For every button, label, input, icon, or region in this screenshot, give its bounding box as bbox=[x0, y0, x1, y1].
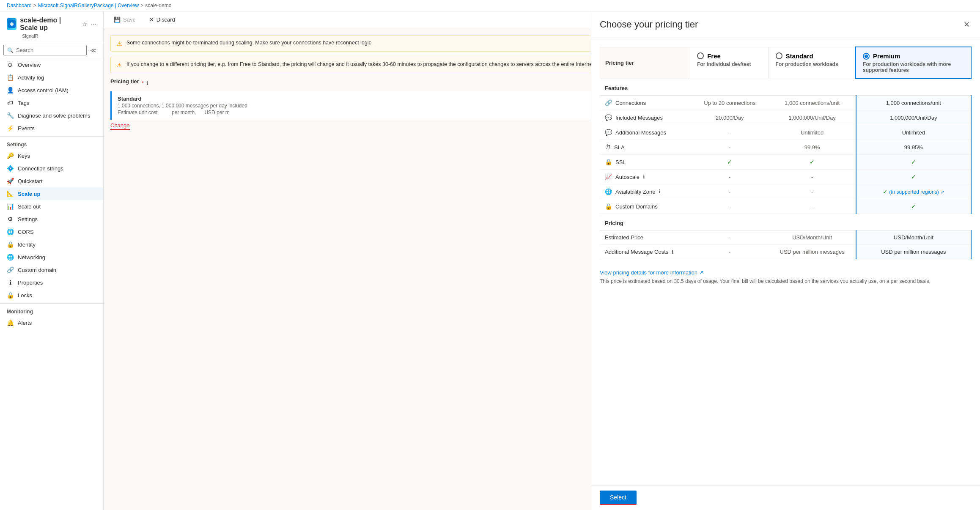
search-box: 🔍 bbox=[3, 45, 87, 55]
sidebar-item-events[interactable]: ⚡ Events bbox=[0, 122, 103, 134]
tier-free-header[interactable]: Free For individual dev/test bbox=[690, 47, 769, 79]
sidebar-item-tags[interactable]: 🏷 Tags bbox=[0, 96, 103, 109]
additional-messages-free: - bbox=[691, 125, 769, 140]
sla-free: - bbox=[691, 140, 769, 155]
star-icon[interactable]: ☆ bbox=[82, 21, 88, 27]
change-link[interactable]: Change bbox=[110, 122, 130, 130]
identity-icon: 🔒 bbox=[7, 241, 14, 248]
estimated-price-premium: USD/Month/Unit bbox=[856, 230, 971, 245]
custom-domains-icon: 🔒 bbox=[605, 203, 612, 210]
sidebar-item-custom-domain[interactable]: 🔗 Custom domain bbox=[0, 263, 103, 276]
sidebar-item-overview[interactable]: ⊙ Overview bbox=[0, 58, 103, 71]
feature-row-ssl: 🔒 SSL ✓ ✓ ✓ bbox=[600, 155, 971, 170]
view-pricing-link[interactable]: View pricing details for more informatio… bbox=[600, 269, 704, 276]
sidebar-item-label: Locks bbox=[18, 292, 32, 299]
panel-close-button[interactable]: ✕ bbox=[962, 18, 972, 31]
sidebar-item-activity-log[interactable]: 📋 Activity log bbox=[0, 71, 103, 84]
access-control-icon: 👤 bbox=[7, 87, 14, 93]
sidebar-item-keys[interactable]: 🔑 Keys bbox=[0, 149, 103, 162]
sidebar-item-diagnose[interactable]: 🔧 Diagnose and solve problems bbox=[0, 109, 103, 122]
custom-domains-standard: - bbox=[769, 199, 856, 214]
overview-icon: ⊙ bbox=[7, 61, 14, 68]
radio-standard[interactable] bbox=[776, 52, 782, 59]
discard-button[interactable]: ✕ Discard bbox=[146, 15, 178, 25]
availability-zone-label: Availability Zone bbox=[615, 189, 655, 195]
panel-header: Choose your pricing tier ✕ bbox=[591, 11, 980, 38]
sidebar-item-alerts[interactable]: 🔔 Alerts bbox=[0, 316, 103, 329]
quickstart-icon: 🚀 bbox=[7, 178, 14, 184]
tier-standard-header[interactable]: Standard For production workloads bbox=[769, 47, 856, 79]
additional-messages-icon: 💬 bbox=[605, 129, 612, 136]
ellipsis-icon[interactable]: ··· bbox=[91, 20, 96, 28]
connections-icon: 🔗 bbox=[605, 99, 612, 106]
sidebar-item-label: Custom domain bbox=[18, 267, 56, 273]
standard-label: Standard bbox=[786, 52, 813, 60]
sidebar-item-scale-up[interactable]: 📐 Scale up bbox=[0, 187, 103, 200]
tier-selector-table: Pricing tier Free For individual dev/tes… bbox=[600, 47, 972, 79]
radio-premium[interactable] bbox=[863, 53, 870, 60]
breadcrumb-signalr[interactable]: Microsoft.SignalRGalleryPackage | Overvi… bbox=[38, 3, 139, 8]
activity-log-icon: 📋 bbox=[7, 74, 14, 81]
sidebar-item-access-control[interactable]: 👤 Access control (IAM) bbox=[0, 84, 103, 96]
sidebar-item-scale-out[interactable]: 📊 Scale out bbox=[0, 200, 103, 213]
pricing-panel: Choose your pricing tier ✕ Pricing tier bbox=[591, 11, 980, 510]
sidebar-item-quickstart[interactable]: 🚀 Quickstart bbox=[0, 175, 103, 187]
events-icon: ⚡ bbox=[7, 125, 14, 132]
panel-footer: Select bbox=[591, 485, 980, 510]
availability-zone-info-icon: ℹ bbox=[659, 189, 661, 195]
properties-icon: ℹ bbox=[7, 279, 14, 286]
estimated-price-free: - bbox=[691, 230, 769, 245]
panel-title: Choose your pricing tier bbox=[600, 19, 698, 30]
sidebar: scale-demo | Scale up ☆ ··· SignalR 🔍 ≪ … bbox=[0, 11, 104, 510]
sla-standard: 99.9% bbox=[769, 140, 856, 155]
scale-out-icon: 📊 bbox=[7, 203, 14, 210]
save-button[interactable]: 💾 Save bbox=[110, 15, 139, 25]
breadcrumb-dashboard[interactable]: Dashboard bbox=[7, 3, 32, 8]
sla-label: SLA bbox=[614, 144, 625, 151]
sidebar-item-label: Diagnose and solve problems bbox=[18, 112, 90, 119]
sidebar-item-locks[interactable]: 🔒 Locks bbox=[0, 289, 103, 302]
connections-premium: 1,000 connections/unit bbox=[856, 96, 971, 110]
autoscale-info-icon: ℹ bbox=[643, 174, 645, 180]
resource-name: scale-demo | Scale up bbox=[20, 16, 78, 32]
feature-row-custom-domains: 🔒 Custom Domains - - ✓ bbox=[600, 199, 971, 214]
sidebar-item-settings[interactable]: ⚙ Settings bbox=[0, 213, 103, 225]
availability-zone-standard: - bbox=[769, 184, 856, 199]
autoscale-free: - bbox=[691, 170, 769, 184]
sidebar-item-label: Keys bbox=[18, 153, 30, 159]
autoscale-standard: - bbox=[769, 170, 856, 184]
connections-free: Up to 20 connections bbox=[691, 96, 769, 110]
messages-icon: 💬 bbox=[605, 114, 612, 121]
message-costs-standard: USD per million messages bbox=[769, 245, 856, 259]
availability-zone-link[interactable]: (In supported regions) ↗ bbox=[889, 189, 944, 195]
breadcrumb-current: scale-demo bbox=[145, 3, 171, 8]
autoscale-premium: ✓ bbox=[856, 170, 971, 184]
sidebar-item-label: Identity bbox=[18, 241, 36, 248]
resource-subtitle: SignalR bbox=[22, 33, 96, 38]
tier-premium-header[interactable]: Premium For production workloads with mo… bbox=[856, 47, 971, 79]
estimated-price-label: Estimated Price bbox=[600, 230, 691, 245]
sidebar-item-connection-strings[interactable]: 💠 Connection strings bbox=[0, 162, 103, 175]
radio-free[interactable] bbox=[697, 52, 704, 59]
ssl-free: ✓ bbox=[691, 155, 769, 170]
feature-row-availability-zone: 🌐 Availability Zone ℹ - - ✓ (In supporte… bbox=[600, 184, 971, 199]
sidebar-item-label: Settings bbox=[18, 216, 38, 222]
sidebar-item-properties[interactable]: ℹ Properties bbox=[0, 276, 103, 289]
collapse-sidebar-button[interactable]: ≪ bbox=[87, 45, 100, 55]
feature-row-sla: ⏱ SLA - 99.9% 99.95% bbox=[600, 140, 971, 155]
estimated-price-standard: USD/Month/Unit bbox=[769, 230, 856, 245]
sidebar-item-cors[interactable]: 🌐 CORS bbox=[0, 225, 103, 238]
sidebar-item-identity[interactable]: 🔒 Identity bbox=[0, 238, 103, 251]
connections-label: Connections bbox=[615, 100, 646, 106]
search-input[interactable] bbox=[16, 47, 83, 53]
features-header-row: Features bbox=[600, 79, 971, 96]
alerts-icon: 🔔 bbox=[7, 319, 14, 326]
additional-messages-label: Additional Messages bbox=[615, 129, 666, 136]
sidebar-item-networking[interactable]: 🌐 Networking bbox=[0, 251, 103, 263]
select-button[interactable]: Select bbox=[600, 491, 637, 505]
sidebar-item-label: Connection strings bbox=[18, 165, 63, 172]
premium-label: Premium bbox=[873, 52, 900, 60]
free-sublabel: For individual dev/test bbox=[697, 61, 761, 67]
pricing-row-estimated: Estimated Price - USD/Month/Unit USD/Mon… bbox=[600, 230, 971, 245]
feature-row-autoscale: 📈 Autoscale ℹ - - ✓ bbox=[600, 170, 971, 184]
